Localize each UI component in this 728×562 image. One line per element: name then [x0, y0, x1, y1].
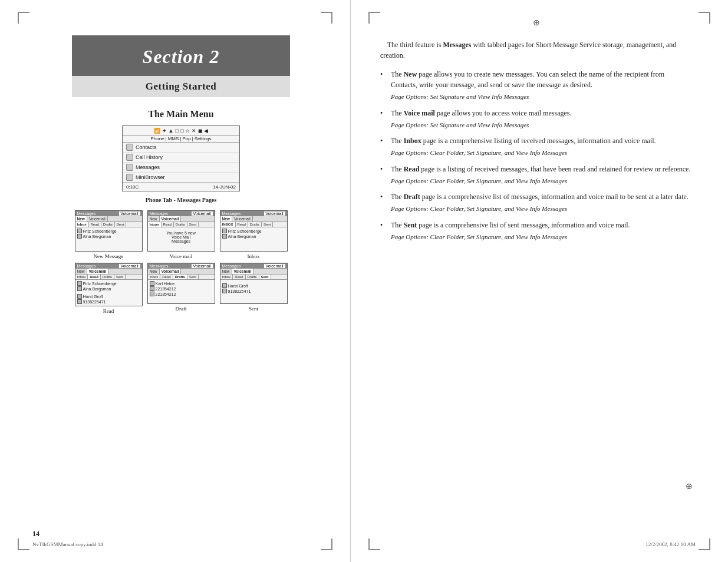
msg-title-sent: Messages [222, 264, 241, 268]
msg-horst2: Horst Groff [228, 284, 248, 288]
caption-draft: Draft [176, 306, 187, 312]
right-corner-tl [368, 12, 380, 24]
msg-header-read: Messages Voicemail [75, 263, 142, 269]
subtab-drafts-i: Drafts [248, 222, 262, 227]
msg-row-fritz2: Fritz Schoenberge [222, 229, 285, 233]
phone-menu-messages: Messages [123, 163, 239, 173]
screenshots-row-2: Messages Voicemail New Voicemail Inbox R… [35, 263, 327, 314]
vm-line3: Messages [150, 239, 213, 243]
msg-karl: Karl Heine [156, 282, 175, 286]
phone-icon-box2: □ [180, 128, 183, 134]
contacts-label: Contacts [136, 144, 157, 150]
subtab-sent-i: Sent [262, 222, 273, 227]
msg-icon-horst1 [77, 294, 82, 299]
msg-row-icon-alna1 [77, 234, 82, 239]
msg-body-sent: Horst Groff 9138225471 [220, 280, 287, 303]
page-options-new: Page Options: Set Signature and View Inf… [391, 92, 693, 102]
bullet-sent: The Sent page is a comprehensive list of… [380, 220, 693, 242]
msg-name-alna2: Alna Bergsman [228, 234, 256, 239]
page-container: Section 2 Getting Started The Main Menu … [0, 0, 728, 562]
phone-tab-sep1: | [166, 136, 167, 141]
msg-subtabs-read: Inbox Read Drafts Sent [75, 275, 142, 280]
msg-icon-num4 [222, 289, 227, 293]
msg-screen-draft: Messages Voicemail New Voicemail Inbox R… [147, 263, 215, 304]
msg-screen-sent: Messages Voicemail New Voicemail Inbox R… [220, 263, 288, 304]
msg-name-fritz1: Fritz Schoenberge [83, 229, 117, 233]
msg-voicemail-tab-sent: Voicemail [264, 264, 285, 268]
subtab-sent-d: Sent [187, 275, 199, 279]
screenshot-read: Messages Voicemail New Voicemail Inbox R… [75, 263, 143, 314]
msg-title-inbox: Messages [222, 211, 241, 216]
msg-row-icon-fritz2 [222, 229, 227, 233]
msg-row-karl: Karl Heine [150, 281, 213, 286]
subtab-inbox-r: Inbox [75, 275, 88, 279]
msg-row-alna1: Alna Bergsman [77, 234, 140, 239]
phone-mockup: 📶 ✦ ▲ □ □ ☆ ✕ ◼ ◀ Phone | MMS | Pop [122, 125, 240, 191]
msg-horst1: Horst Groff [83, 295, 103, 299]
screenshot-sent: Messages Voicemail New Voicemail Inbox R… [220, 263, 288, 314]
msg-icon-num1 [77, 299, 82, 304]
crosshair-top: ⊕ [380, 18, 693, 28]
subtab-sent-r: Sent [114, 275, 126, 279]
phone-battery: 0:10C [126, 184, 139, 190]
bullet-draft: The Draft page is a comprehensive list o… [380, 191, 693, 214]
subtab-read-d: Read [160, 275, 173, 279]
subtab-read-vm: Read [162, 222, 174, 227]
msg-icon-karl [150, 281, 154, 286]
intro-text: The third feature is Messages with tabbe… [380, 39, 693, 61]
screenshot-new-message: Messages Voicemail New Voicemail Inbox R… [75, 210, 143, 259]
msg-num3: 221354212 [156, 292, 176, 296]
messages-icon [126, 164, 133, 171]
bullet-new: The New page allows you to create new me… [380, 69, 693, 102]
msg-row-alna2: Alna Bergsman [222, 234, 285, 239]
phone-tab-pop: Pop [182, 136, 190, 141]
phone-menu-minibrowser: MiniBrowser [123, 173, 239, 183]
phone-date: 14-JUN-02 [213, 184, 236, 190]
msg-body-read: Fritz Schoenberge Alna Bergsman Horst Gr… [75, 280, 142, 306]
page-number: 14 [32, 530, 39, 538]
minibrowser-label: MiniBrowser [136, 174, 165, 180]
tab-voicemail-draft: Voicemail [160, 269, 182, 274]
right-corner-bl [368, 538, 380, 550]
callhistory-label: Call History [136, 154, 163, 160]
subtab-sent-vm: Sent [187, 222, 199, 227]
msg-name-fritz2: Fritz Schoenberge [228, 229, 262, 233]
msg-body-inbox: Fritz Schoenberge Alna Bergsman [220, 227, 287, 251]
caption-inbox: Inbox [248, 253, 260, 259]
vm-line2: Voice Mail [150, 235, 213, 239]
msg-header-draft: Messages Voicemail [148, 263, 215, 269]
page-options-sent: Page Options: Clear Folder, Set Signatur… [391, 232, 693, 242]
msg-tabs-new: New Voicemail [75, 216, 142, 222]
right-corner-br [699, 538, 710, 550]
section-title: Getting Started [146, 81, 216, 92]
tab-new-inbox: New [220, 216, 232, 222]
page-options-inbox: Page Options: Clear Folder, Set Signatur… [391, 148, 693, 158]
msg-header-voicemail: Messages Voicemail [148, 211, 215, 216]
phone-icon-box1: □ [176, 128, 179, 134]
phone-menu-callhistory: Call History [123, 153, 239, 163]
msg-num2: 221354212 [156, 287, 176, 291]
msg-header-inbox: Messages Voicemail [220, 211, 287, 216]
subtab-drafts-r: Drafts [101, 275, 114, 279]
tab-voicemail-read: Voicemail [87, 269, 109, 274]
msg-row-horst2: Horst Groff [222, 283, 285, 288]
msg-row-fritz1: Fritz Schoenberge [77, 229, 140, 233]
crosshair-bottom-right: ⊕ [686, 481, 693, 491]
tab-new-sent: New [220, 269, 232, 274]
page-options-read: Page Options: Clear Folder, Set Signatur… [391, 176, 693, 186]
subtab-read: Read [89, 222, 101, 227]
msg-title-voicemail: Messages [150, 211, 169, 216]
bullet-list: The New page allows you to create new me… [380, 69, 693, 247]
msg-voicemail-tab-new: Voicemail [119, 211, 140, 216]
left-page: Section 2 Getting Started The Main Menu … [0, 0, 351, 562]
msg-body-new: Fritz Schoenberge Alna Bergsman [75, 227, 142, 251]
msg-voicemail-tab-read: Voicemail [119, 264, 140, 268]
phone-icon-star2: ☆ [185, 128, 190, 134]
msg-row-icon-alna2 [222, 234, 227, 239]
phone-screen: 📶 ✦ ▲ □ □ ☆ ✕ ◼ ◀ Phone | MMS | Pop [122, 125, 240, 191]
msg-screen-read: Messages Voicemail New Voicemail Inbox R… [75, 263, 143, 306]
bullet-inbox: The Inbox page is a comprehensive listin… [380, 135, 693, 158]
tab-voicemail-vm: Voicemail [160, 216, 182, 222]
phone-icon-back: ◀ [204, 128, 208, 134]
msg-alna3: Alna Bergsman [83, 287, 111, 291]
